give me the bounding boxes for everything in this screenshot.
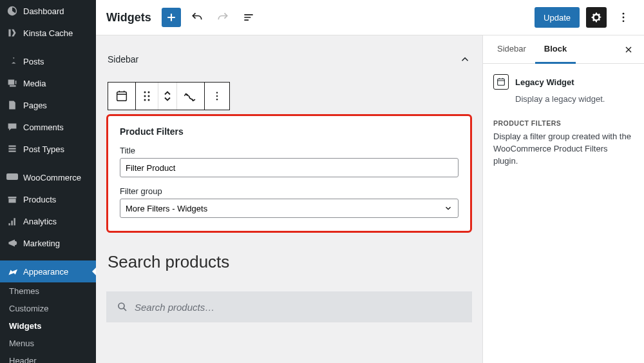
chevron-up-icon[interactable] — [459, 54, 471, 65]
menu-label: Appearance — [23, 267, 90, 277]
legacy-widget-icon — [493, 74, 509, 90]
submenu-customize[interactable]: Customize — [0, 300, 96, 317]
settings-button[interactable] — [586, 7, 607, 28]
admin-sidebar: Dashboard Kinsta Cache Posts Media Pages… — [0, 0, 96, 363]
select-value: More Filters - Widgets — [126, 204, 207, 213]
drag-handle[interactable] — [136, 83, 158, 110]
editor-topbar: Widgets Update — [96, 0, 644, 35]
move-buttons[interactable] — [158, 83, 177, 110]
woocommerce-icon — [6, 172, 18, 183]
block-description: Display a legacy widget. — [515, 93, 634, 105]
products-icon — [6, 193, 18, 205]
menu-label: Comments — [23, 123, 90, 132]
list-view-button[interactable] — [239, 8, 258, 27]
svg-point-14 — [118, 303, 124, 309]
search-block[interactable]: Search products… — [106, 291, 472, 322]
legacy-widget-block[interactable]: Product Filters Title Filter group More … — [106, 114, 472, 233]
menu-appearance[interactable]: Appearance — [0, 260, 96, 282]
widget-area-name: Sidebar — [108, 54, 138, 64]
menu-dashboard[interactable]: Dashboard — [0, 0, 96, 22]
section-description: Display a filter group created with the … — [493, 131, 634, 168]
media-icon — [6, 77, 18, 89]
more-options-button[interactable] — [613, 7, 634, 28]
menu-analytics[interactable]: Analytics — [0, 210, 96, 232]
block-type-button[interactable] — [108, 83, 136, 110]
menu-label: Dashboard — [23, 6, 90, 16]
menu-products[interactable]: Products — [0, 188, 96, 210]
svg-point-2 — [623, 17, 625, 19]
menu-comments[interactable]: Comments — [0, 116, 96, 138]
menu-post-types[interactable]: Post Types — [0, 138, 96, 160]
menu-label: Products — [23, 195, 90, 204]
block-more-button[interactable] — [205, 83, 229, 110]
heading-block[interactable]: Search products — [108, 252, 472, 272]
svg-point-11 — [216, 92, 218, 93]
analytics-icon — [6, 215, 18, 227]
menu-label: Pages — [23, 101, 90, 110]
appearance-icon — [6, 266, 18, 277]
add-block-button[interactable] — [162, 8, 181, 27]
page-title: Widgets — [106, 11, 151, 25]
svg-point-10 — [148, 99, 150, 101]
move-to-area-button[interactable] — [177, 83, 205, 110]
kinsta-icon — [6, 27, 18, 39]
menu-label: Analytics — [23, 217, 90, 226]
svg-point-12 — [216, 95, 218, 97]
submenu-menus[interactable]: Menus — [0, 335, 96, 352]
svg-rect-4 — [117, 92, 127, 101]
svg-point-1 — [623, 13, 625, 15]
pin-icon — [6, 55, 18, 67]
svg-rect-0 — [6, 173, 18, 180]
block-toolbar — [108, 82, 230, 110]
menu-label: Posts — [23, 57, 90, 66]
tab-block[interactable]: Block — [535, 36, 576, 64]
submenu-header[interactable]: Header — [0, 352, 96, 363]
svg-point-7 — [144, 95, 146, 97]
svg-point-3 — [623, 20, 625, 22]
menu-label: Kinsta Cache — [23, 28, 90, 38]
search-icon — [117, 301, 128, 313]
menu-media[interactable]: Media — [0, 72, 96, 94]
tab-sidebar[interactable]: Sidebar — [488, 36, 535, 64]
menu-kinsta-cache[interactable]: Kinsta Cache — [0, 22, 96, 44]
title-label: Title — [120, 146, 459, 155]
inspector-panel: Sidebar Block Legacy Widget Display a le… — [482, 35, 644, 363]
menu-pages[interactable]: Pages — [0, 94, 96, 116]
submenu-themes[interactable]: Themes — [0, 282, 96, 300]
section-label: PRODUCT FILTERS — [493, 119, 634, 127]
filter-group-label: Filter group — [120, 186, 459, 196]
inspector-tabs: Sidebar Block — [483, 35, 644, 64]
dashboard-icon — [6, 5, 18, 17]
comments-icon — [6, 121, 18, 133]
widget-heading: Product Filters — [120, 126, 459, 137]
redo-button[interactable] — [213, 8, 232, 27]
marketing-icon — [6, 237, 18, 249]
submenu-widgets[interactable]: Widgets — [0, 317, 96, 335]
chevron-down-icon — [444, 204, 453, 213]
undo-button[interactable] — [187, 8, 207, 27]
menu-label: Marketing — [23, 239, 90, 248]
svg-point-5 — [144, 92, 146, 93]
menu-marketing[interactable]: Marketing — [0, 232, 96, 254]
search-placeholder: Search products… — [135, 302, 214, 313]
widget-area-header[interactable]: Sidebar — [96, 54, 482, 73]
menu-label: WooCommerce — [23, 173, 90, 182]
svg-point-6 — [148, 92, 150, 93]
editor-canvas: Sidebar Product — [96, 35, 482, 363]
update-button[interactable]: Update — [535, 7, 580, 28]
title-input[interactable] — [120, 158, 459, 177]
menu-posts[interactable]: Posts — [0, 50, 96, 72]
post-types-icon — [6, 143, 18, 155]
chevron-down-icon — [164, 96, 171, 102]
chevron-up-icon — [164, 90, 171, 96]
block-name: Legacy Widget — [515, 77, 574, 87]
menu-label: Post Types — [23, 144, 90, 154]
svg-point-8 — [148, 95, 150, 97]
svg-point-9 — [144, 99, 146, 101]
close-inspector-button[interactable] — [618, 44, 639, 55]
svg-rect-15 — [498, 79, 505, 85]
pages-icon — [6, 99, 18, 111]
menu-label: Media — [23, 79, 90, 88]
menu-woocommerce[interactable]: WooCommerce — [0, 166, 96, 188]
filter-group-select[interactable]: More Filters - Widgets — [120, 199, 459, 218]
